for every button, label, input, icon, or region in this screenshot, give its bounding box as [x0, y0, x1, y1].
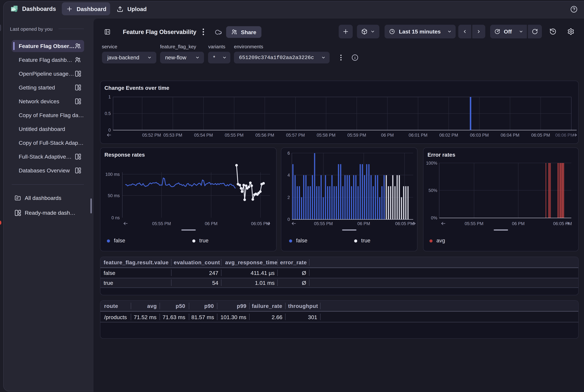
svg-text:05:58 PM: 05:58 PM: [317, 133, 336, 138]
svg-text:05:54 PM: 05:54 PM: [194, 133, 213, 138]
svg-text:0: 0: [108, 128, 111, 132]
svg-text:06 PM: 06 PM: [512, 221, 524, 226]
svg-text:05:55 PM: 05:55 PM: [225, 133, 244, 138]
svg-text:0.5: 0.5: [104, 111, 111, 116]
svg-text:06:05 PM: 06:05 PM: [531, 133, 550, 138]
svg-text:05:52 PM: 05:52 PM: [142, 133, 161, 138]
svg-text:06:01 PM: 06:01 PM: [409, 133, 428, 138]
svg-text:05:53 PM: 05:53 PM: [164, 133, 182, 138]
svg-text:06:05 PM: 06:05 PM: [395, 221, 414, 226]
svg-text:05:59 PM: 05:59 PM: [347, 133, 366, 138]
svg-text:06:06 PM: 06:06 PM: [555, 133, 574, 138]
svg-text:06:04 PM: 06:04 PM: [500, 133, 520, 138]
svg-text:05:56 PM: 05:56 PM: [256, 133, 274, 138]
svg-text:0: 0: [288, 217, 290, 222]
svg-text:50%: 50%: [428, 188, 437, 193]
svg-text:06:03 PM: 06:03 PM: [470, 133, 489, 138]
svg-text:06:02 PM: 06:02 PM: [440, 133, 458, 138]
svg-text:4: 4: [288, 173, 290, 178]
svg-text:0 ns: 0 ns: [112, 215, 120, 220]
svg-text:2: 2: [288, 195, 290, 200]
svg-text:05:55 PM: 05:55 PM: [314, 221, 333, 226]
svg-text:100%: 100%: [426, 161, 437, 166]
svg-text:06 PM: 06 PM: [381, 133, 394, 138]
svg-text:6: 6: [288, 151, 290, 156]
svg-text:06 PM: 06 PM: [358, 221, 370, 226]
svg-text:05:55 PM: 05:55 PM: [464, 221, 484, 226]
svg-text:50 ms: 50 ms: [108, 193, 120, 198]
svg-text:1: 1: [108, 94, 111, 100]
svg-text:0%: 0%: [431, 216, 437, 220]
svg-text:100 ms: 100 ms: [105, 172, 120, 177]
svg-text:06 PM: 06 PM: [205, 221, 218, 226]
svg-text:05:57 PM: 05:57 PM: [286, 133, 305, 138]
svg-text:05:55 PM: 05:55 PM: [152, 221, 171, 226]
